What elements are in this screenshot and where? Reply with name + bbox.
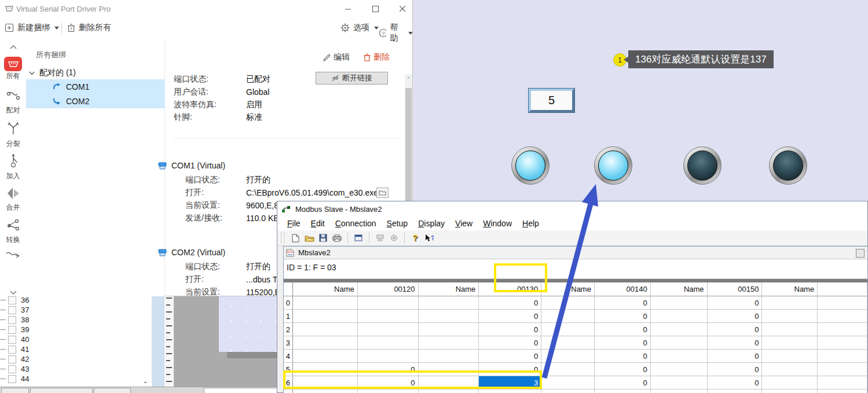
list-scroll-down-icon[interactable]: ⌄ (141, 377, 149, 385)
cell-r2-name3[interactable] (541, 323, 595, 336)
menu-setup[interactable]: Setup (382, 218, 413, 229)
cell-r3-extra[interactable] (818, 336, 867, 350)
column-header-00140[interactable]: 00140 (595, 282, 651, 296)
sidebar-item-extra[interactable] (0, 249, 26, 264)
checkbox[interactable] (8, 346, 16, 354)
cell-r6-name5[interactable] (762, 376, 818, 390)
context-help-button[interactable]: ? (424, 233, 434, 243)
lamp-button-4-off[interactable] (769, 146, 807, 185)
checkbox[interactable] (8, 365, 16, 373)
cell-r1-c00120[interactable] (358, 310, 419, 323)
cell-r3-name4[interactable] (651, 336, 708, 350)
tree-group-paired[interactable]: 配对的 (1) (29, 68, 76, 78)
delete-button[interactable]: 删除 (364, 52, 390, 63)
tree-item-com2[interactable]: COM2 (26, 94, 165, 108)
column-header-name[interactable]: Name (762, 282, 818, 296)
cell-r0-name3[interactable] (541, 296, 595, 310)
address-list-item[interactable]: 40 (0, 335, 152, 344)
cell-r6-extra[interactable] (818, 376, 867, 390)
cell-r7-c00140[interactable] (595, 390, 651, 393)
cell-r2-c00140[interactable]: 0 (595, 323, 651, 336)
cell-r1-c00140[interactable]: 0 (595, 310, 651, 323)
cell-r0-name5[interactable] (762, 296, 818, 310)
lamp-button-1-on[interactable] (511, 146, 550, 185)
cell-r0-c00120[interactable] (358, 296, 419, 310)
cell-r4-name1[interactable] (293, 350, 358, 363)
cell-r2-name2[interactable] (419, 323, 479, 336)
cell-r0-extra[interactable] (818, 296, 867, 310)
comm-log-button[interactable] (375, 233, 385, 243)
column-header-blank[interactable] (284, 282, 293, 296)
cell-r7-c00120[interactable] (358, 390, 419, 393)
edit-button[interactable]: 编辑 (323, 52, 350, 63)
cell-r1-c00130[interactable]: 0 (479, 310, 541, 323)
cell-r0-name1[interactable] (293, 296, 358, 310)
cell-r3-c00150[interactable]: 0 (708, 336, 763, 350)
address-list-item[interactable]: 44 (0, 374, 152, 384)
column-header-00120[interactable]: 00120 (358, 282, 419, 296)
cell-r3-name1[interactable] (293, 336, 358, 350)
cell-r5-extra[interactable] (818, 363, 867, 376)
background-tab[interactable] (1, 388, 29, 393)
address-list-item[interactable]: 41 (0, 344, 152, 354)
cell-r2-c00150[interactable]: 0 (708, 323, 763, 336)
column-header-name[interactable]: Name (651, 282, 708, 296)
cell-r4-name4[interactable] (651, 350, 708, 363)
cell-r6-c00140[interactable]: 0 (595, 376, 651, 390)
display-setup-button[interactable] (353, 233, 364, 243)
cell-r1-name2[interactable] (419, 310, 479, 323)
cell-r1-name3[interactable] (541, 310, 595, 323)
cell-r1-name5[interactable] (762, 310, 818, 323)
menu-display[interactable]: Display (413, 218, 450, 229)
background-tab-active[interactable] (204, 388, 280, 393)
cell-r6-c00150[interactable]: 0 (708, 376, 763, 390)
tree-item-com1[interactable]: COM1 (26, 79, 165, 94)
sidebar-item-merge[interactable]: 合并 (0, 186, 26, 212)
cell-r3-c00140[interactable]: 0 (595, 336, 651, 350)
cell-r4-name5[interactable] (762, 350, 818, 363)
cell-r7-name1[interactable] (293, 390, 358, 393)
cell-r1-name4[interactable] (651, 310, 708, 323)
address-list-item[interactable]: 39 (0, 325, 152, 335)
sidebar-item-all[interactable]: 所有 (0, 57, 26, 81)
sidebar-scroll-down-icon[interactable] (0, 287, 26, 297)
delete-all-button[interactable]: 删除所有 (67, 23, 111, 33)
maximize-button[interactable] (367, 2, 384, 15)
sidebar-item-split[interactable]: 分裂 (0, 122, 26, 149)
cell-r5-name4[interactable] (651, 363, 708, 376)
cell-r2-name5[interactable] (762, 323, 818, 336)
menu-window[interactable]: Window (478, 218, 517, 229)
cell-r7-name3[interactable] (541, 390, 595, 393)
cell-r2-name4[interactable] (651, 323, 708, 336)
column-header-00150[interactable]: 00150 (708, 282, 763, 296)
sidebar-item-pair[interactable]: 配对 (0, 89, 26, 115)
print-button[interactable] (332, 233, 342, 243)
scroll-up-icon[interactable]: ⌃ (405, 76, 412, 82)
cell-r7-name5[interactable] (762, 390, 818, 393)
cell-r4-extra[interactable] (818, 350, 867, 363)
cell-r5-c00150[interactable]: 0 (708, 363, 763, 376)
close-button[interactable] (394, 2, 411, 15)
cell-r4-c00150[interactable]: 0 (708, 350, 763, 363)
column-header-name[interactable]: Name (293, 282, 358, 296)
cell-r2-c00130[interactable]: 0 (479, 323, 541, 336)
cell-r0-c00150[interactable]: 0 (708, 296, 763, 310)
cell-r6-name3[interactable] (541, 376, 595, 390)
cell-r3-c00120[interactable] (358, 336, 419, 350)
help-button[interactable]: ? (410, 233, 420, 243)
address-list-item[interactable]: 38 (0, 315, 152, 325)
help-button[interactable]: ? 帮助 (379, 23, 413, 43)
cell-r3-name2[interactable] (419, 336, 479, 350)
cell-r3-name5[interactable] (762, 336, 818, 350)
cell-r5-name5[interactable] (762, 363, 818, 376)
background-tab[interactable] (30, 388, 93, 393)
minimize-button[interactable] (339, 2, 357, 15)
toolbar-gripper[interactable] (281, 232, 284, 244)
cell-r2-c00120[interactable] (358, 323, 419, 336)
lamp-button-3-off[interactable] (683, 146, 721, 185)
menu-edit[interactable]: Edit (306, 218, 330, 229)
cell-r2-extra[interactable] (818, 323, 867, 336)
cell-r5-name3[interactable] (541, 363, 595, 376)
cell-r0-name4[interactable] (651, 296, 708, 310)
checkbox[interactable] (8, 375, 16, 383)
